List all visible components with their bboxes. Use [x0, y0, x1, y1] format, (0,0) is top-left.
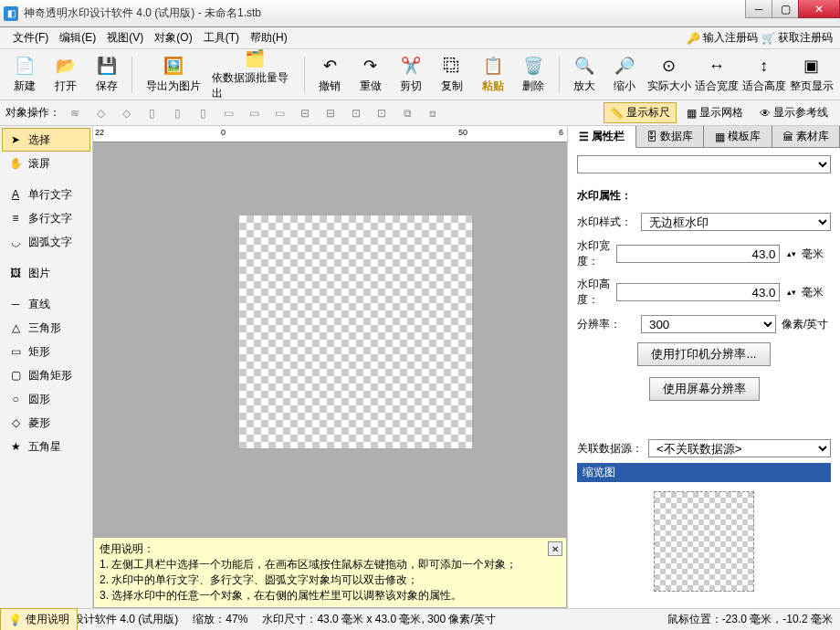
height-input[interactable] [616, 283, 780, 301]
delete-icon: 🗑️ [522, 55, 544, 77]
dpi-select[interactable]: 300 [641, 315, 776, 333]
style-label: 水印样式： [577, 215, 635, 230]
new-button[interactable]: 📄新建 [5, 52, 45, 98]
group-icon[interactable]: ⧉ [396, 103, 418, 123]
help-title: 使用说明： [100, 541, 561, 557]
link-datasource-select[interactable]: <不关联数据源> [648, 439, 831, 457]
tool-roundrect[interactable]: ▢圆角矩形 [2, 363, 90, 387]
zoom-in-button[interactable]: 🔍放大 [565, 52, 604, 98]
object-selector[interactable] [577, 155, 831, 173]
right-panel: ☰属性栏 🗄数据库 ▦模板库 🏛素材库 水印属性： 水印样式： 无边框水印 水印… [567, 126, 840, 608]
tool-multi-text[interactable]: ≡多行文字 [2, 206, 90, 230]
align-right-icon[interactable]: ▯ [192, 103, 214, 123]
menu-file[interactable]: 文件(F) [7, 28, 54, 47]
cursor-icon: ➤ [8, 132, 23, 147]
zoom-out-icon: 🔎 [614, 55, 635, 77]
fit-height-button[interactable]: ↕适合高度 [741, 52, 787, 98]
tool-pan[interactable]: ✋滚屏 [2, 152, 90, 175]
preview-thumbnail [654, 491, 754, 592]
zoom-in-icon: 🔍 [573, 55, 595, 77]
fit-width-button[interactable]: ↔适合宽度 [694, 52, 740, 98]
menu-tools[interactable]: 工具(T) [198, 28, 245, 47]
delete-button[interactable]: 🗑️删除 [514, 52, 553, 98]
fit-page-icon: ▣ [801, 55, 823, 77]
distribute-v-icon[interactable]: ⊟ [320, 103, 341, 123]
layers-icon[interactable]: ≋ [64, 103, 86, 123]
open-button[interactable]: 📂打开 [47, 52, 86, 98]
tab-templates[interactable]: ▦模板库 [704, 126, 772, 147]
toggle-ruler[interactable]: 📏显示标尺 [604, 102, 677, 123]
props-icon: ☰ [579, 131, 589, 143]
link-label: 关联数据源： [577, 441, 643, 457]
fit-page-button[interactable]: ▣整页显示 [789, 52, 835, 98]
same-width-icon[interactable]: ⊡ [345, 103, 367, 123]
tool-rect[interactable]: ▭矩形 [2, 340, 90, 363]
use-printer-dpi-button[interactable]: 使用打印机分辨率... [637, 342, 770, 366]
same-height-icon[interactable]: ⊡ [371, 103, 393, 123]
paste-button[interactable]: 📋粘贴 [473, 52, 512, 98]
cut-button[interactable]: ✂️剪切 [392, 52, 431, 98]
get-reg-code[interactable]: 🛒 获取注册码 [761, 30, 833, 46]
tool-single-text[interactable]: A单行文字 [2, 183, 90, 206]
props-heading: 水印属性： [577, 188, 831, 204]
menu-object[interactable]: 对象(O) [149, 28, 197, 47]
menu-edit[interactable]: 编辑(E) [54, 28, 101, 47]
ungroup-icon[interactable]: ⧈ [422, 103, 444, 123]
help-tab[interactable]: 💡使用说明 [0, 608, 78, 630]
text-icon: A [8, 187, 23, 202]
tab-assets[interactable]: 🏛素材库 [772, 126, 841, 147]
toggle-guides[interactable]: 👁显示参考线 [753, 102, 835, 123]
tool-arc-text[interactable]: ◡圆弧文字 [2, 230, 90, 254]
menu-view[interactable]: 视图(V) [101, 28, 149, 47]
tool-star[interactable]: ★五角星 [2, 435, 90, 458]
layer-up-icon[interactable]: ◇ [89, 103, 111, 123]
batch-export-button[interactable]: 🗂️依数据源批量导出 [211, 52, 299, 98]
zoom-out-button[interactable]: 🔎缩小 [605, 52, 645, 98]
help-close-button[interactable]: ✕ [548, 541, 562, 556]
maximize-button[interactable]: ▢ [772, 0, 799, 18]
export-image-icon: 🖼️ [163, 55, 184, 77]
align-bottom-icon[interactable]: ▭ [268, 103, 290, 123]
circle-icon: ○ [8, 392, 23, 406]
align-top-icon[interactable]: ▭ [217, 103, 239, 123]
undo-button[interactable]: ↶撤销 [310, 52, 350, 98]
align-middle-icon[interactable]: ▭ [243, 103, 265, 123]
copy-button[interactable]: ⿻复制 [433, 52, 472, 98]
separator [304, 57, 305, 93]
right-panel-tabs: ☰属性栏 🗄数据库 ▦模板库 🏛素材库 [568, 126, 840, 148]
minimize-button[interactable]: ─ [745, 0, 772, 18]
canvas[interactable]: ✕ 使用说明： 1. 左侧工具栏中选择一个功能后，在画布区域按住鼠标左键拖动，即… [93, 142, 567, 608]
layer-down-icon[interactable]: ◇ [115, 103, 137, 123]
tab-properties[interactable]: ☰属性栏 [568, 126, 636, 148]
tool-select[interactable]: ➤选择 [2, 128, 90, 152]
use-screen-dpi-button[interactable]: 使用屏幕分辨率 [649, 377, 760, 401]
image-icon: 🖼 [8, 266, 23, 280]
watermark-canvas[interactable] [239, 215, 472, 448]
close-button[interactable]: ✕ [798, 0, 840, 18]
width-input[interactable] [616, 245, 780, 263]
align-left-icon[interactable]: ▯ [141, 103, 163, 123]
menubar: 文件(F) 编辑(E) 视图(V) 对象(O) 工具(T) 帮助(H) 🔑 输入… [0, 27, 840, 49]
enter-reg-code[interactable]: 🔑 输入注册码 [687, 30, 758, 46]
tool-triangle[interactable]: △三角形 [2, 316, 90, 340]
actual-size-button[interactable]: ⊙实际大小 [646, 52, 692, 98]
align-center-h-icon[interactable]: ▯ [166, 103, 188, 123]
toggle-grid[interactable]: ▦显示网格 [680, 102, 750, 123]
tool-line[interactable]: ─直线 [2, 292, 90, 316]
tool-diamond[interactable]: ◇菱形 [2, 411, 90, 435]
tool-image[interactable]: 🖼图片 [2, 261, 90, 285]
spinner-icon[interactable]: ▴▾ [787, 249, 796, 258]
export-image-button[interactable]: 🖼️导出为图片 [138, 52, 209, 98]
menu-help[interactable]: 帮助(H) [245, 28, 293, 47]
save-button[interactable]: 💾保存 [87, 52, 126, 98]
tool-circle[interactable]: ○圆形 [2, 387, 90, 411]
style-select[interactable]: 无边框水印 [641, 213, 831, 231]
distribute-h-icon[interactable]: ⊟ [294, 103, 316, 123]
redo-button[interactable]: ↷重做 [351, 52, 390, 98]
main-toolbar: 📄新建 📂打开 💾保存 🖼️导出为图片 🗂️依数据源批量导出 ↶撤销 ↷重做 ✂… [0, 49, 840, 100]
properties-body: 水印属性： 水印样式： 无边框水印 水印宽度： ▴▾ 毫米 水印高度： ▴▾ 毫… [568, 148, 840, 608]
tab-database[interactable]: 🗄数据库 [636, 126, 705, 147]
spinner-icon[interactable]: ▴▾ [787, 288, 796, 297]
object-ops-label: 对象操作： [5, 105, 60, 121]
dpi-label: 分辨率： [577, 317, 635, 332]
